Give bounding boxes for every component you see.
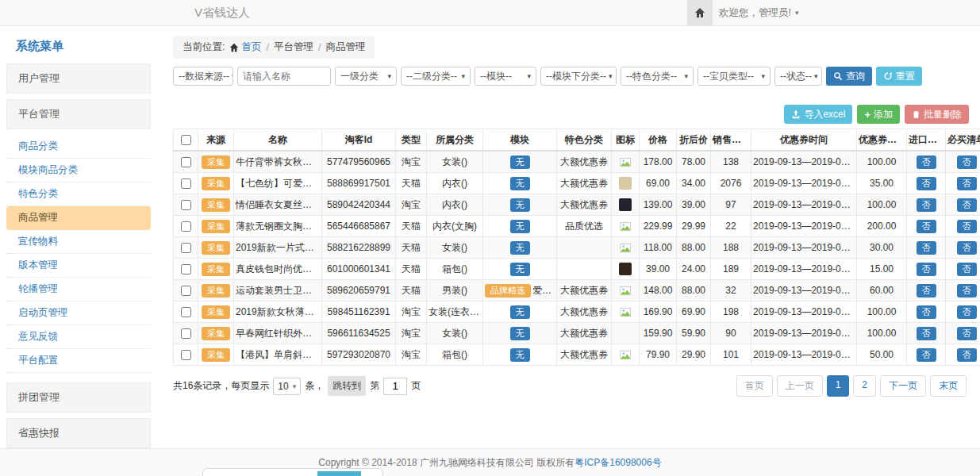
level2-category-select[interactable]: --二级分类--▾ (401, 67, 471, 86)
row-checkbox[interactable] (181, 286, 191, 296)
jump-button[interactable]: 跳转到 (328, 376, 366, 396)
cell-icon (612, 237, 640, 259)
sidebar-item-3[interactable]: 模块商品分类 (6, 159, 151, 182)
must-buy-toggle[interactable]: 否 (957, 177, 977, 190)
must-buy-toggle[interactable]: 否 (957, 348, 977, 362)
import-toggle[interactable]: 否 (917, 284, 936, 298)
cell-module: 无 (483, 194, 557, 216)
table-row: 采集薄款无钢圈文胸聚拢性...565446685867天猫内衣(文胸)无品质优选… (174, 216, 980, 237)
table-row: 采集【港风】单肩斜跨链条...597293020870淘宝箱包()无大额优惠券7… (174, 344, 980, 366)
cell-source: 采集 (198, 301, 234, 323)
search-icon (833, 71, 843, 81)
module-badge: 无 (510, 220, 530, 233)
sidebar-item-4[interactable]: 特色分类 (6, 182, 151, 206)
source-badge: 采集 (202, 198, 230, 212)
broken-image-icon (620, 349, 632, 361)
select-all-checkbox[interactable] (181, 135, 191, 145)
module-select[interactable]: --模块--▾ (475, 67, 536, 86)
import-toggle[interactable]: 否 (917, 220, 936, 233)
pager-item-5[interactable]: 末页 (930, 375, 967, 397)
sidebar-item-11[interactable]: 平台配置 (6, 349, 151, 373)
import-toggle[interactable]: 否 (917, 305, 936, 319)
batch-delete-button[interactable]: 批量删除 (905, 105, 969, 124)
must-buy-toggle[interactable]: 否 (957, 155, 977, 169)
cell-coupon-amount: 15.00 (857, 259, 907, 280)
sidebar-item-2[interactable]: 商品分类 (6, 135, 151, 159)
row-checkbox[interactable] (181, 264, 191, 274)
row-checkbox[interactable] (181, 221, 191, 232)
cell-category: 内衣(文胸) (427, 216, 483, 237)
sidebar-item-0[interactable]: 用户管理 (6, 63, 151, 94)
nav-home-button[interactable] (687, 0, 713, 25)
sidebar-item-6[interactable]: 宣传物料 (6, 230, 151, 254)
row-checkbox[interactable] (181, 307, 191, 317)
row-checkbox[interactable] (181, 178, 191, 189)
sidebar-item-1[interactable]: 平台管理 (6, 99, 151, 129)
module-sub-category-select[interactable]: --模块下分类--▾ (540, 67, 617, 86)
sidebar-item-12[interactable]: 拼团管理 (6, 382, 151, 413)
cell-type: 淘宝 (396, 194, 427, 216)
item-type-select[interactable]: --宝贝类型--▾ (698, 67, 771, 86)
level1-category-select[interactable]: 一级分类▾ (335, 67, 397, 86)
must-buy-toggle[interactable]: 否 (957, 241, 977, 255)
import-toggle[interactable]: 否 (917, 263, 936, 276)
pager-item-4[interactable]: 下一页 (880, 375, 926, 397)
jump-page-input[interactable] (383, 378, 407, 395)
cell-category: 女装() (427, 237, 483, 259)
import-toggle[interactable]: 否 (917, 241, 936, 255)
cell-module: 品牌精选爱上运动 (483, 280, 557, 301)
must-buy-toggle[interactable]: 否 (957, 263, 977, 276)
pager-item-0[interactable]: 首页 (736, 375, 773, 397)
data-source-select[interactable]: --数据来源--▾ (173, 67, 233, 86)
cell-coupon-time: 2019-09-13—2019-09-17 (751, 323, 857, 344)
row-checkbox[interactable] (181, 157, 191, 167)
must-buy-toggle[interactable]: 否 (957, 198, 977, 212)
add-button[interactable]: + 添加 (857, 105, 900, 124)
search-button[interactable]: 查询 (826, 67, 872, 86)
must-buy-toggle[interactable]: 否 (957, 284, 977, 298)
sidebar-item-13[interactable]: 省惠快报 (6, 418, 151, 448)
must-buy-toggle[interactable]: 否 (957, 327, 977, 340)
reset-button[interactable]: 重置 (876, 67, 922, 86)
import-toggle[interactable]: 否 (917, 198, 936, 212)
cell-feature (557, 259, 612, 280)
per-page-select[interactable]: 10 ▾ (273, 378, 301, 395)
sidebar-item-5[interactable]: 商品管理 (6, 206, 151, 230)
cell-icon (612, 344, 640, 366)
sidebar-item-7[interactable]: 版本管理 (6, 254, 151, 278)
import-icon (791, 109, 801, 119)
cell-must-buy: 否 (946, 173, 980, 194)
import-excel-button[interactable]: 导入excel (784, 105, 852, 124)
import-toggle[interactable]: 否 (917, 327, 936, 340)
must-buy-toggle[interactable]: 否 (957, 305, 977, 319)
sidebar-item-10[interactable]: 意见反馈 (6, 325, 151, 349)
name-input[interactable] (237, 67, 331, 86)
pager-item-1[interactable]: 上一页 (777, 375, 823, 397)
row-checkbox[interactable] (181, 200, 191, 210)
user-menu[interactable]: 欢迎您，管理员! ▾ (719, 0, 799, 25)
caret-down-icon: ▾ (609, 72, 613, 80)
pager-item-2[interactable]: 1 (827, 375, 850, 397)
cell-type: 天猫 (396, 237, 427, 259)
table-row: 采集【七色纺】可爱纯棉家...588869917501天猫内衣()无大额优惠券6… (174, 173, 980, 194)
row-checkbox[interactable] (181, 328, 191, 339)
cell-coupon-amount: 100.00 (857, 194, 907, 216)
sidebar-item-8[interactable]: 轮播管理 (6, 278, 151, 301)
caret-down-icon: ▾ (293, 382, 297, 390)
icp-link[interactable]: 粤ICP备16098006号 (575, 456, 661, 470)
cell-import: 否 (907, 344, 946, 366)
jump-prefix: 第 (370, 379, 379, 393)
cell-category: 女装(连衣裙) (427, 301, 483, 323)
sidebar-item-9[interactable]: 启动页管理 (6, 301, 151, 325)
pager-item-3[interactable]: 2 (853, 375, 876, 397)
import-toggle[interactable]: 否 (917, 177, 936, 190)
cell-price: 159.90 (640, 323, 677, 344)
row-checkbox[interactable] (181, 350, 191, 360)
breadcrumb-home-link[interactable]: 首页 (229, 40, 261, 54)
row-checkbox[interactable] (181, 243, 191, 253)
feature-category-select[interactable]: --特色分类--▾ (621, 67, 694, 86)
import-toggle[interactable]: 否 (917, 348, 936, 362)
status-select[interactable]: --状态--▾ (774, 67, 822, 86)
must-buy-toggle[interactable]: 否 (957, 220, 977, 233)
import-toggle[interactable]: 否 (917, 155, 936, 169)
